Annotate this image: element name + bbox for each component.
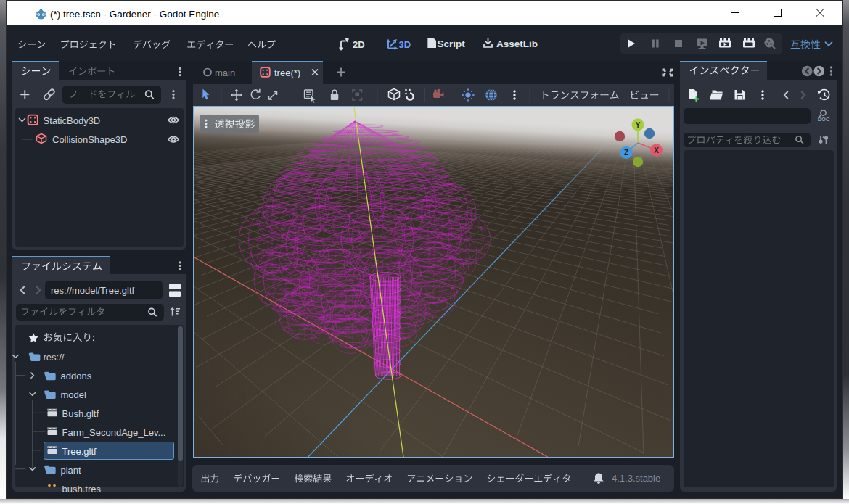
svg-text:DOC: DOC [818,116,830,123]
